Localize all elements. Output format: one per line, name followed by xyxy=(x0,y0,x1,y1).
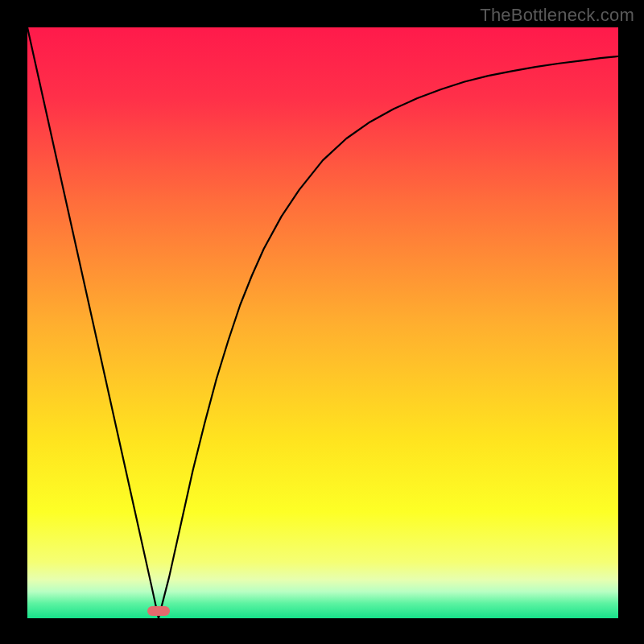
attribution-label: TheBottleneck.com xyxy=(480,5,634,26)
minimum-marker xyxy=(147,606,170,616)
chart-frame: TheBottleneck.com xyxy=(0,0,644,644)
plot-area xyxy=(27,27,618,618)
bottleneck-curve xyxy=(27,27,618,618)
